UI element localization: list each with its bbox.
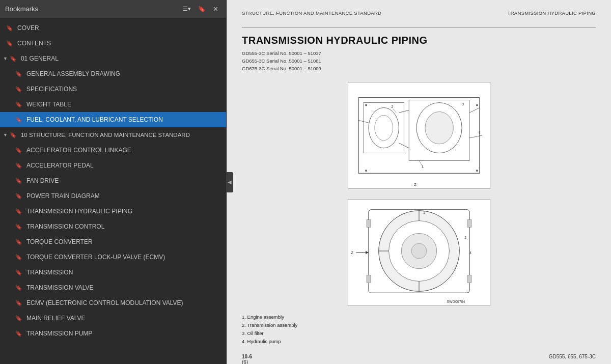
svg-rect-36: [467, 275, 471, 283]
bookmark-icon-contents: 🔖: [6, 40, 13, 47]
bookmark-icon-relief: 🔖: [15, 315, 22, 322]
section-01-general[interactable]: ▼ 🔖 01 GENERAL: [0, 51, 226, 66]
document-panel: STRUCTURE, FUNCTION AND MAINTENANCE STAN…: [227, 0, 611, 364]
svg-point-7: [425, 111, 453, 144]
page-number-block: 10-6 (6): [242, 354, 252, 364]
diagram2-wrapper: Z 1 2 3 4 SWG00704: [348, 199, 490, 306]
chevron-icon-01: ▼: [3, 56, 8, 61]
bookmark-fan-drive[interactable]: 🔖 FAN DRIVE: [0, 173, 226, 188]
bookmark-weight-table[interactable]: 🔖 WEIGHT TABLE: [0, 97, 226, 112]
bookmark-icon-10: 🔖: [10, 132, 17, 138]
bookmark-icon-specs: 🔖: [15, 86, 22, 93]
bookmark-cover[interactable]: 🔖 COVER: [0, 20, 226, 36]
diagram2: Z 1 2 3 4 SWG00704: [348, 199, 490, 306]
svg-text:Z: Z: [351, 250, 353, 255]
header-left-text: STRUCTURE, FUNCTION AND MAINTENANCE STAN…: [242, 10, 381, 16]
diagram1-svg: 1 2 3 4 Z: [348, 82, 490, 188]
bookmark-trans-pump[interactable]: 🔖 TRANSMISSION PUMP: [0, 326, 226, 341]
bookmark-trans-valve[interactable]: 🔖 TRANSMISSION VALVE: [0, 280, 226, 295]
bookmark-icon-fan: 🔖: [15, 178, 22, 184]
svg-point-16: [476, 170, 478, 172]
svg-rect-35: [366, 275, 370, 283]
bookmark-icon-01: 🔖: [10, 55, 17, 62]
diagram2-svg: Z 1 2 3 4 SWG00704: [348, 200, 490, 305]
header-icons: ☰▾ 🔖 ×: [180, 4, 221, 15]
bookmark-icon-valve: 🔖: [15, 285, 22, 291]
header-right-text: TRANSMISSION HYDRAULIC PIPING: [508, 10, 596, 16]
legend: 1. Engine assembly 2. Transmission assem…: [242, 313, 596, 346]
header-divider: [242, 27, 596, 27]
bookmark-specifications[interactable]: 🔖 SPECIFICATIONS: [0, 81, 226, 97]
bookmark-icon-cover: 🔖: [6, 25, 13, 32]
svg-text:1: 1: [421, 165, 423, 169]
svg-text:2: 2: [464, 236, 466, 239]
collapse-panel-btn[interactable]: ◀: [226, 172, 233, 192]
svg-point-29: [411, 243, 427, 259]
bookmark-main-relief[interactable]: 🔖 MAIN RELIEF VALVE: [0, 311, 226, 326]
svg-point-14: [476, 104, 478, 106]
bookmark-trans-hydraulic[interactable]: 🔖 TRANSMISSION HYDRAULIC PIPING: [0, 204, 226, 219]
doc-subtitle: GD555-3C Serial No. 50001 – 51037 GD655-…: [242, 49, 596, 73]
doc-title: TRANSMISSION HYDRAULIC PIPING: [242, 35, 596, 46]
bookmark-icon-trans-hyd: 🔖: [15, 208, 22, 215]
menu-icon: ☰▾: [183, 6, 191, 12]
bookmark-view-btn[interactable]: 🔖: [196, 4, 208, 14]
bookmark-torque-conv[interactable]: 🔖 TORQUE CONVERTER: [0, 234, 226, 249]
bookmark-icon-fuel: 🔖: [15, 117, 22, 123]
svg-text:4: 4: [478, 131, 480, 134]
section-10-structure[interactable]: ▼ 🔖 10 STRUCTURE, FUNCTION AND MAINTENAN…: [0, 127, 226, 143]
svg-text:4: 4: [469, 251, 471, 255]
bookmark-accel-pedal[interactable]: 🔖 ACCELERATOR PEDAL: [0, 158, 226, 173]
bookmark-icon-power: 🔖: [15, 193, 22, 200]
svg-rect-34: [467, 219, 471, 227]
bookmark-icon-lockup: 🔖: [15, 254, 22, 261]
bookmark-torque-lockup[interactable]: 🔖 TORQUE CONVERTER LOCK-UP VALVE (ECMV): [0, 249, 226, 265]
diagrams-container: 1 2 3 4 Z: [242, 82, 596, 306]
bookmark-ecmv[interactable]: 🔖 ECMV (ELECTRONIC CONTROL MODULATION VA…: [0, 295, 226, 311]
bookmark-trans-control[interactable]: 🔖 TRANSMISSION CONTROL: [0, 219, 226, 234]
diagram1-wrapper: 1 2 3 4 Z: [348, 82, 490, 189]
svg-text:SWG00704: SWG00704: [447, 300, 465, 303]
diagram1: 1 2 3 4 Z: [348, 82, 490, 189]
bookmark-icon-trans-ctrl: 🔖: [15, 223, 22, 230]
bookmark-accel-control[interactable]: 🔖 ACCELERATOR CONTROL LINKAGE: [0, 143, 226, 158]
page-footer: 10-6 (6) GD555, 655, 675-3C: [242, 354, 596, 364]
bookmark-icon-torque: 🔖: [15, 239, 22, 245]
svg-text:3: 3: [454, 267, 456, 270]
bookmark-icon-accel-ctrl: 🔖: [15, 147, 22, 154]
menu-dropdown-btn[interactable]: ☰▾: [180, 4, 193, 14]
svg-point-15: [365, 170, 367, 172]
bookmark-power-train[interactable]: 🔖 POWER TRAIN DIAGRAM: [0, 188, 226, 204]
bookmarks-list: 🔖 COVER 🔖 CONTENTS ▼ 🔖 01 GENERAL 🔖 GENE…: [0, 18, 226, 364]
svg-text:2: 2: [391, 104, 393, 108]
chevron-icon-10: ▼: [3, 132, 8, 137]
doc-ref: GD555, 655, 675-3C: [549, 354, 596, 364]
bookmark-transmission[interactable]: 🔖 TRANSMISSION: [0, 265, 226, 280]
bookmark-icon-accel-pedal: 🔖: [15, 162, 22, 169]
panel-title: Bookmarks: [5, 5, 38, 13]
bookmark-icon-assembly: 🔖: [15, 71, 22, 77]
bookmark-contents[interactable]: 🔖 CONTENTS: [0, 36, 226, 51]
close-button[interactable]: ×: [210, 4, 221, 15]
bookmark-icon-weight: 🔖: [15, 101, 22, 108]
svg-point-13: [365, 104, 367, 106]
svg-text:3: 3: [462, 102, 464, 105]
bookmarks-panel: Bookmarks ☰▾ 🔖 × 🔖 COVER 🔖 CONTENTS ▼ 🔖: [0, 0, 227, 364]
bookmark-fuel-coolant[interactable]: 🔖 FUEL, COOLANT, AND LUBRICANT SELECTION: [0, 112, 226, 127]
bookmark-icon: 🔖: [198, 6, 206, 13]
bookmark-icon-pump: 🔖: [15, 330, 22, 337]
svg-rect-33: [366, 219, 370, 227]
panel-header: Bookmarks ☰▾ 🔖 ×: [0, 0, 226, 18]
bookmark-general-assembly[interactable]: 🔖 GENERAL ASSEMBLY DRAWING: [0, 66, 226, 81]
svg-text:Z: Z: [414, 182, 416, 187]
bookmark-icon-trans: 🔖: [15, 269, 22, 276]
page-header-bar: STRUCTURE, FUNCTION AND MAINTENANCE STAN…: [242, 10, 596, 18]
svg-text:1: 1: [423, 210, 425, 214]
bookmark-icon-ecmv: 🔖: [15, 300, 22, 306]
